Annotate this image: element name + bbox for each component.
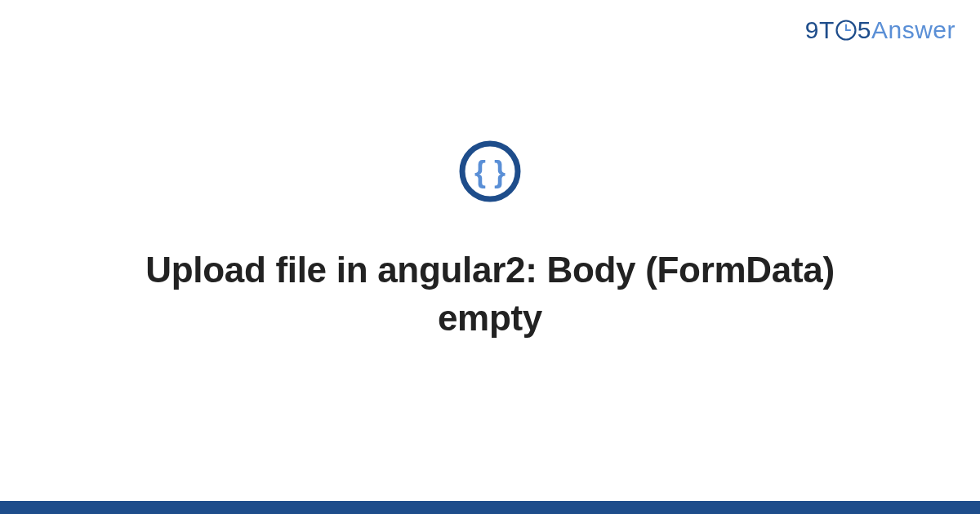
svg-text:{ }: { } [474, 155, 506, 188]
footer-accent-bar [0, 501, 980, 514]
main-content: { } Upload file in angular2: Body (FormD… [0, 0, 980, 514]
code-braces-icon: { } [458, 140, 522, 206]
page-title: Upload file in angular2: Body (FormData)… [122, 246, 858, 343]
